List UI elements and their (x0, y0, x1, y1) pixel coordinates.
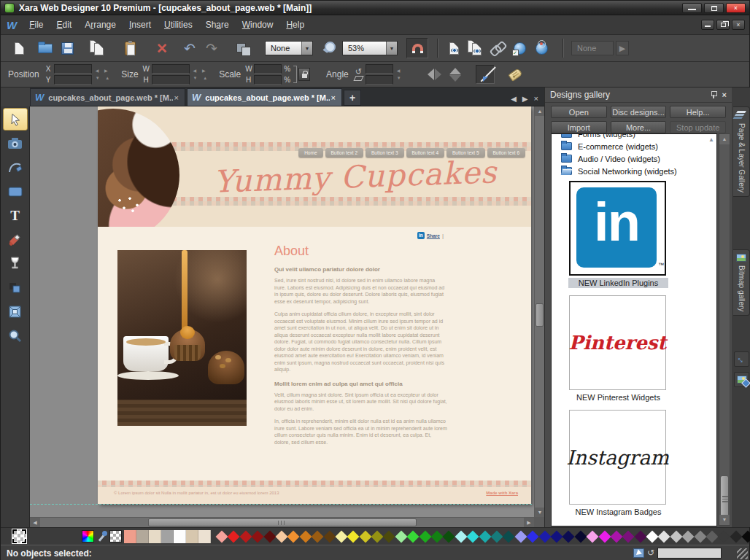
paste-button[interactable] (119, 38, 141, 58)
palette-swatch[interactable] (359, 530, 371, 542)
minimize-button[interactable] (682, 3, 702, 13)
palette-swatch[interactable] (646, 530, 659, 542)
selector-tool[interactable] (3, 108, 28, 131)
doc-minimize-button[interactable] (701, 20, 714, 30)
chevron-down-icon[interactable]: ▼ (386, 42, 397, 55)
menu-arrange[interactable]: Arrange (78, 17, 123, 33)
about-subhead-2[interactable]: Mollit lorem enim ad culpa qui amet qui … (274, 381, 451, 387)
palette-swatch[interactable] (161, 530, 174, 543)
scroll-down-icon[interactable]: ▼ (719, 515, 730, 525)
palette-swatch[interactable] (742, 530, 750, 542)
palette-swatch[interactable] (136, 530, 149, 543)
gallery-folder[interactable]: Forms (widgets) (552, 133, 716, 140)
palette-swatch[interactable] (538, 530, 551, 542)
new-document-button[interactable] (8, 38, 30, 58)
size-w-input[interactable] (152, 64, 190, 74)
names-tag-button[interactable] (505, 64, 527, 85)
palette-swatch[interactable] (228, 530, 240, 542)
about-paragraph-4[interactable]: In, officia in reprehenderit, minim elit… (274, 418, 448, 446)
close-tab-icon[interactable]: × (173, 93, 180, 102)
palette-swatch[interactable] (598, 530, 611, 542)
panel-close-icon[interactable]: × (722, 90, 727, 99)
palette-swatch[interactable] (124, 530, 136, 543)
transparency-tool[interactable] (3, 252, 28, 275)
page-layer-gallery-tab[interactable]: Page & Layer Gallery (733, 106, 750, 197)
live-drag-indicator-icon[interactable] (633, 548, 644, 558)
canvas-vertical-scrollbar[interactable]: ▲ ▼ (534, 106, 544, 517)
palette-swatch[interactable] (347, 530, 360, 542)
menu-help[interactable]: Help (279, 17, 311, 33)
palette-swatch[interactable] (263, 530, 276, 542)
site-title[interactable]: Yummy Cupcakes (183, 153, 527, 201)
publish-website-button[interactable] (530, 38, 552, 58)
scale-h-input[interactable] (254, 75, 282, 85)
bitmap-export-button[interactable] (734, 372, 749, 387)
palette-swatch[interactable] (287, 530, 300, 542)
cupcake-photo[interactable] (98, 109, 179, 241)
pin-icon[interactable] (711, 91, 716, 98)
menu-edit[interactable]: Edit (50, 17, 79, 33)
document-tab[interactable]: Wcupcakes_about_page.web * [M...× (30, 88, 185, 106)
current-color-indicator[interactable] (12, 529, 26, 543)
gallery-button-import[interactable]: Import (551, 121, 607, 133)
palette-swatch[interactable] (275, 530, 287, 542)
delete-button[interactable]: ✕ (151, 38, 173, 58)
linkedin-share-widget[interactable]: in Share | (274, 231, 444, 240)
coffee-cupcake-photo[interactable] (117, 250, 247, 426)
palette-swatch[interactable] (634, 530, 646, 542)
palette-swatch[interactable] (335, 530, 347, 542)
document-tab[interactable]: Wcupcakes_about_page.web * [M...× (187, 88, 342, 106)
gallery-item-linkedin[interactable]: in™ (569, 181, 666, 276)
zoom-tool-button[interactable] (319, 38, 341, 58)
palette-swatch[interactable] (550, 530, 562, 542)
snap-to-objects-toggle[interactable] (406, 38, 428, 58)
palette-swatch[interactable] (694, 530, 706, 542)
preview-page-button[interactable] (443, 38, 465, 58)
position-y-input[interactable] (54, 75, 92, 85)
flip-horizontal-button[interactable] (425, 65, 445, 84)
gallery-folder[interactable]: Audio / Video (widgets) (552, 152, 716, 165)
palette-swatch[interactable] (574, 530, 587, 542)
about-paragraph-1[interactable]: Sed, irure sint nostrud nisi, id dolore … (274, 277, 448, 305)
position-spinners[interactable]: ◀ ▶▼ ▲ (96, 69, 112, 80)
transform-button[interactable] (233, 38, 255, 58)
palette-swatch[interactable] (718, 530, 730, 542)
palette-swatch[interactable] (395, 530, 407, 542)
zoom-level-dropdown[interactable]: 53%▼ (342, 41, 398, 55)
site-nav-button[interactable]: Button text 3 (366, 148, 404, 158)
palette-swatch[interactable] (149, 530, 161, 543)
shadow-tool[interactable] (3, 276, 28, 299)
flip-vertical-button[interactable] (446, 64, 465, 85)
shape-editor-tool[interactable] (3, 156, 28, 179)
text-tool[interactable]: T (3, 204, 28, 227)
palette-swatch[interactable] (706, 530, 719, 542)
gallery-button-more[interactable]: More... (611, 121, 667, 133)
palette-swatch[interactable] (383, 530, 395, 542)
scroll-left-icon[interactable]: ◀ (30, 518, 40, 527)
about-subhead-1[interactable]: Qui velit ullamco pariatur dolore dolor (274, 266, 451, 273)
palette-swatch[interactable] (670, 530, 682, 542)
open-button[interactable] (34, 38, 56, 58)
palette-swatch[interactable] (730, 530, 742, 542)
palette-swatch[interactable] (186, 530, 198, 543)
gallery-folder[interactable]: E-commerce (widgets) (552, 140, 716, 152)
menu-share[interactable]: Share (199, 17, 236, 33)
canvas-horizontal-scrollbar[interactable]: ◀ ▶ (30, 517, 534, 527)
undo-button[interactable]: ↶ (179, 38, 201, 58)
palette-swatch[interactable] (587, 530, 599, 542)
palette-swatch[interactable] (198, 530, 211, 543)
bevel-tool[interactable] (3, 300, 28, 323)
made-with-xara-link[interactable]: Made with Xara (486, 491, 518, 495)
menu-insert[interactable]: Insert (123, 17, 158, 33)
palette-swatch[interactable] (658, 530, 670, 542)
scroll-right-icon[interactable]: ▶ (524, 518, 534, 527)
site-nav-button[interactable]: Button text 2 (325, 148, 364, 158)
eyedropper-icon[interactable] (96, 530, 107, 543)
palette-swatch[interactable] (239, 530, 252, 542)
new-tab-button[interactable]: + (344, 90, 361, 106)
palette-swatch[interactable] (431, 530, 444, 542)
menu-window[interactable]: Window (236, 17, 280, 33)
gallery-button-help[interactable]: Help... (670, 106, 726, 118)
maximize-button[interactable] (704, 3, 724, 13)
palette-swatch[interactable] (312, 530, 324, 542)
